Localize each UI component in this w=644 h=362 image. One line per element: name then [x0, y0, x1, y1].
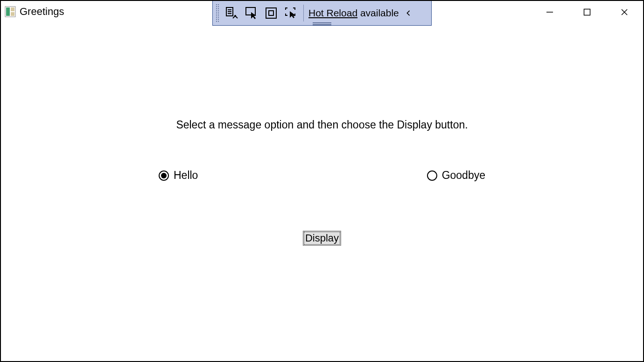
radio-hello-indicator-icon — [159, 170, 169, 181]
maximize-icon — [583, 8, 591, 16]
svg-rect-3 — [11, 12, 14, 16]
radio-goodbye[interactable]: Goodbye — [427, 169, 485, 182]
instruction-text: Select a message option and then choose … — [1, 119, 643, 131]
client-area: Select a message option and then choose … — [1, 25, 643, 361]
chevron-left-icon — [406, 8, 411, 18]
svg-rect-18 — [269, 11, 273, 15]
hot-reload-link[interactable]: Hot Reload available — [308, 7, 399, 19]
display-button[interactable]: Display — [303, 231, 341, 246]
toolbar-separator — [303, 5, 304, 21]
minimize-button[interactable] — [531, 1, 568, 23]
hot-reload-label-underline: Hot Reload — [308, 7, 357, 18]
radio-hello[interactable]: Hello — [159, 169, 198, 182]
close-button[interactable] — [606, 1, 643, 23]
hot-reload-label-rest: available — [357, 7, 399, 18]
svg-rect-5 — [584, 9, 590, 15]
select-element-button[interactable] — [242, 3, 261, 23]
toolbar-collapse-button[interactable] — [403, 3, 414, 23]
svg-rect-2 — [11, 7, 14, 11]
window-title: Greetings — [20, 6, 64, 18]
app-window: Greetings — [0, 0, 644, 362]
svg-rect-15 — [246, 7, 255, 15]
app-icon — [5, 6, 16, 17]
toolbar-grip-icon[interactable] — [216, 4, 219, 22]
svg-rect-1 — [6, 7, 10, 16]
svg-rect-17 — [266, 8, 276, 18]
visual-tree-icon — [225, 6, 239, 20]
radio-goodbye-label: Goodbye — [442, 169, 485, 182]
layout-adorners-icon — [264, 6, 278, 20]
radio-hello-label: Hello — [174, 169, 198, 182]
selection-icon — [245, 6, 259, 20]
svg-marker-19 — [290, 11, 295, 18]
radio-goodbye-indicator-icon — [427, 170, 437, 181]
close-icon — [620, 8, 629, 16]
radio-group: Hello Goodbye — [1, 169, 643, 182]
window-controls — [531, 1, 643, 23]
maximize-button[interactable] — [568, 1, 606, 23]
layout-adorners-button[interactable] — [261, 3, 281, 23]
live-visual-tree-button[interactable] — [222, 3, 242, 23]
debug-toolbar[interactable]: Hot Reload available — [212, 1, 432, 26]
svg-line-13 — [235, 16, 238, 18]
track-focus-icon — [284, 6, 298, 20]
track-focus-button[interactable] — [281, 3, 301, 23]
minimize-icon — [546, 8, 554, 16]
title-area: Greetings — [5, 6, 64, 18]
